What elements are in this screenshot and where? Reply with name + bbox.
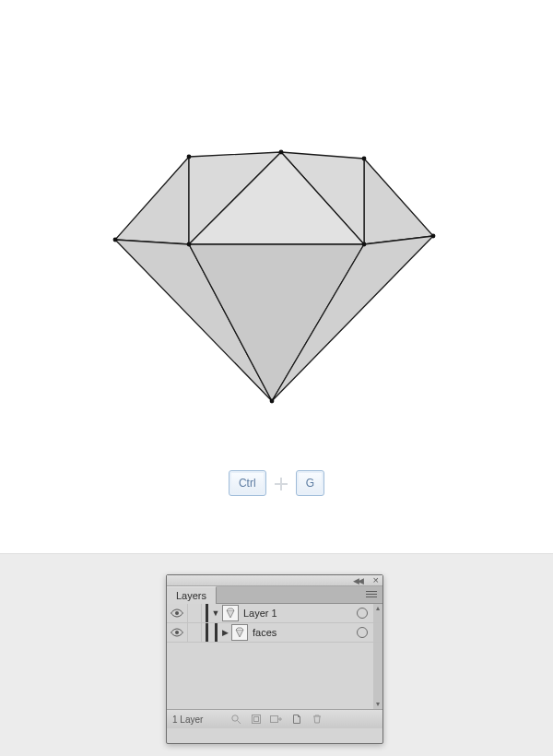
facet-crown-left-side[interactable] [115,157,189,244]
disclosure-triangle-icon[interactable]: ▼ [211,604,220,622]
layers-panel: ◀◀ × Layers ▴ ▾ ▼Layer 1▶faces 1 Layer [166,574,383,744]
svg-rect-8 [271,716,278,723]
visibility-toggle-icon[interactable] [167,623,188,642]
key-g: G [296,470,324,496]
close-panel-icon[interactable]: × [373,574,379,585]
svg-marker-1 [227,610,234,618]
anchor-point[interactable] [362,157,367,161]
scroll-up-icon[interactable]: ▴ [373,604,382,613]
target-icon[interactable] [357,627,368,638]
anchor-point[interactable] [187,155,192,159]
layer-row[interactable]: ▼Layer 1 [167,604,382,623]
svg-rect-7 [254,717,259,722]
panel-titlebar[interactable]: ◀◀ × [167,575,382,586]
layer-name[interactable]: faces [253,623,357,642]
artwork-diamond[interactable] [46,37,507,426]
anchor-point[interactable] [279,150,284,155]
svg-marker-3 [236,630,243,637]
svg-rect-6 [253,715,261,724]
disclosure-triangle-icon[interactable]: ▶ [220,623,229,642]
svg-point-4 [232,715,238,721]
layer-row[interactable]: ▶faces [167,623,382,643]
shortcut-hint: Ctrl G [0,470,553,496]
svg-point-0 [175,611,179,615]
layer-thumbnail[interactable] [231,624,248,641]
visibility-toggle-icon[interactable] [167,604,188,622]
anchor-point[interactable] [270,399,275,404]
panel-menu-icon[interactable] [366,591,377,599]
hierarchy-strip [206,623,208,642]
make-clipping-mask-icon[interactable] [246,710,266,728]
delete-layer-icon[interactable] [307,710,327,728]
key-ctrl: Ctrl [229,470,266,496]
anchor-point[interactable] [187,242,192,247]
layer-thumbnail[interactable] [222,605,239,621]
scroll-down-icon[interactable]: ▾ [373,700,382,709]
lock-column[interactable] [188,623,202,642]
tab-layers[interactable]: Layers [167,586,217,604]
facet-crown-right-side[interactable] [364,159,433,244]
docked-panels-area: ◀◀ × Layers ▴ ▾ ▼Layer 1▶faces 1 Layer [0,553,553,756]
layer-list[interactable]: ▴ ▾ ▼Layer 1▶faces [167,604,382,710]
locate-object-icon[interactable] [226,710,246,728]
hierarchy-strip [215,623,218,642]
anchor-point[interactable] [362,242,367,247]
canvas-stage: Ctrl G [0,0,553,553]
new-sublayer-icon[interactable] [266,710,287,728]
layer-count-label: 1 Layer [167,715,226,725]
anchor-point[interactable] [113,238,118,242]
hierarchy-strip [206,604,208,622]
panel-footer: 1 Layer [167,710,382,728]
anchor-point[interactable] [431,234,436,239]
svg-point-2 [175,631,179,634]
lock-column[interactable] [188,604,202,622]
target-icon[interactable] [357,608,368,619]
new-layer-icon[interactable] [287,710,307,728]
layer-name[interactable]: Layer 1 [243,604,357,622]
svg-line-5 [238,721,241,725]
collapse-panel-icon[interactable]: ◀◀ [353,576,362,585]
plus-icon [275,478,288,490]
panel-tab-row: Layers [167,586,382,604]
